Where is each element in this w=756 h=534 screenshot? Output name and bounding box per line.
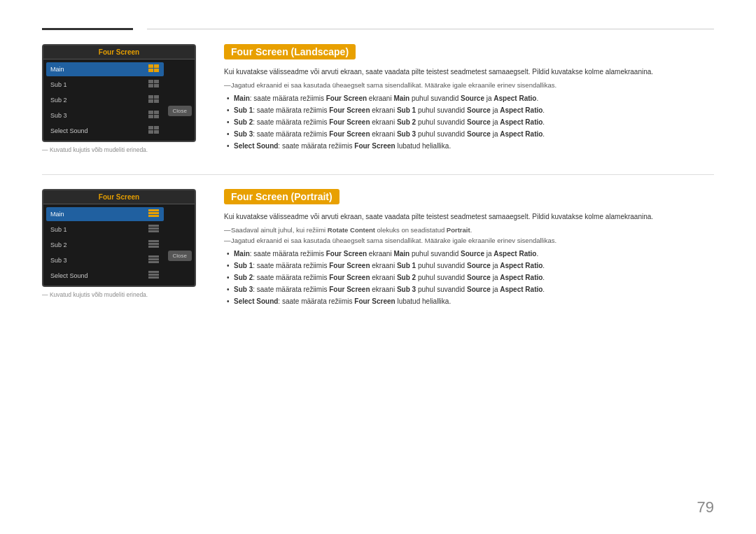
landscape-heading: Four Screen (Landscape) (224, 44, 356, 59)
menu-item-selectsound-portrait[interactable]: Select Sound (46, 269, 164, 283)
portrait-bullets: Main: saate määrata režiimis Four Screen… (224, 248, 714, 307)
portrait-heading: Four Screen (Portrait) (224, 189, 340, 204)
landscape-close-button[interactable]: Close (168, 106, 192, 116)
page-container: Four Screen Main (0, 0, 756, 534)
landscape-bullet-selectsound: Select Sound: saate määrata režiimis Fou… (224, 141, 714, 151)
svg-rect-2 (148, 69, 153, 72)
svg-rect-8 (148, 95, 153, 99)
landscape-screen-box: Four Screen Main (42, 44, 196, 142)
menu-item-sub2-landscape[interactable]: Sub 2 (46, 93, 164, 107)
top-line-bar (42, 28, 133, 30)
landscape-screen-mockup: Four Screen Main (42, 44, 196, 153)
portrait-menu-label-sub1: Sub 1 (50, 226, 67, 233)
svg-rect-10 (148, 99, 153, 103)
landscape-bullets: Main: saate määrata režiimis Four Screen… (224, 93, 714, 151)
portrait-menu-label-sub2: Sub 2 (50, 241, 67, 248)
svg-rect-7 (154, 84, 159, 87)
svg-rect-31 (148, 261, 159, 263)
svg-rect-5 (154, 80, 159, 83)
portrait-bullet-main: Main: saate määrata režiimis Four Screen… (224, 248, 714, 259)
menu-item-sub1-landscape[interactable]: Sub 1 (46, 78, 164, 92)
portrait-menu-label-main: Main (50, 211, 64, 218)
top-line (42, 28, 714, 30)
menu-item-main-landscape[interactable]: Main (46, 62, 164, 76)
landscape-close-btn-area: Close (168, 62, 192, 138)
sub1-icon-landscape (148, 80, 160, 90)
landscape-para1: Kui kuvatakse välisseadme või arvuti ekr… (224, 66, 714, 77)
top-line-rule (147, 29, 714, 29)
svg-rect-0 (148, 64, 153, 68)
landscape-bullet-sub3: Sub 3: saate määrata režiimis Four Scree… (224, 129, 714, 139)
svg-rect-22 (148, 215, 159, 217)
svg-rect-3 (154, 69, 159, 72)
sub2-icon-landscape (148, 95, 160, 105)
portrait-main-icon (148, 209, 160, 219)
menu-item-main-portrait[interactable]: Main (46, 207, 164, 221)
svg-rect-6 (148, 84, 153, 87)
menu-item-sub1-portrait[interactable]: Sub 1 (46, 223, 164, 237)
svg-rect-12 (148, 111, 153, 114)
portrait-bullet-sub2: Sub 2: saate määrata režiimis Four Scree… (224, 272, 714, 283)
portrait-content: Four Screen (Portrait) Kui kuvatakse väl… (224, 189, 714, 308)
svg-rect-19 (154, 130, 159, 134)
landscape-screen-body: Main Su (43, 59, 195, 141)
portrait-selectsound-icon (148, 271, 160, 281)
svg-rect-11 (154, 99, 159, 103)
portrait-para1: Kui kuvatakse välisseadme või arvuti ekr… (224, 211, 714, 222)
portrait-screen-mockup: Four Screen Main (42, 189, 196, 308)
svg-rect-18 (148, 130, 153, 134)
svg-rect-4 (148, 80, 153, 83)
portrait-menu-label-selectsound: Select Sound (50, 272, 88, 279)
portrait-section: Four Screen Main (42, 189, 714, 308)
svg-rect-16 (148, 126, 153, 129)
portrait-screen-body: Main Sub 1 (43, 204, 195, 286)
menu-label-main: Main (50, 66, 64, 73)
portrait-sub2-icon (148, 240, 160, 250)
portrait-screen-title: Four Screen (43, 190, 195, 204)
portrait-sub1-icon (148, 225, 160, 234)
portrait-bullet-selectsound: Select Sound: saate määrata režiimis Fou… (224, 296, 714, 307)
svg-rect-29 (148, 255, 159, 258)
portrait-menu-label-sub3: Sub 3 (50, 257, 67, 264)
portrait-bullet-sub1: Sub 1: saate määrata režiimis Four Scree… (224, 260, 714, 271)
menu-item-sub3-landscape[interactable]: Sub 3 (46, 108, 164, 122)
landscape-section: Four Screen Main (42, 44, 714, 153)
landscape-bullet-sub1: Sub 1: saate määrata režiimis Four Scree… (224, 105, 714, 115)
svg-rect-24 (148, 227, 159, 230)
svg-rect-26 (148, 240, 159, 242)
svg-rect-30 (148, 258, 159, 260)
menu-item-sub2-portrait[interactable]: Sub 2 (46, 238, 164, 252)
selectsound-icon-landscape (148, 126, 160, 136)
svg-rect-14 (148, 115, 153, 118)
landscape-note1: Jagatud ekraanid ei saa kasutada üheaegs… (224, 81, 714, 89)
svg-rect-25 (148, 230, 159, 232)
menu-item-selectsound-landscape[interactable]: Select Sound (46, 124, 164, 138)
menu-label-sub3: Sub 3 (50, 112, 67, 119)
svg-rect-13 (154, 111, 159, 114)
portrait-sub3-icon (148, 255, 160, 265)
landscape-screen-title: Four Screen (43, 45, 195, 59)
portrait-close-button[interactable]: Close (168, 251, 192, 261)
landscape-content: Four Screen (Landscape) Kui kuvatakse vä… (224, 44, 714, 153)
svg-rect-28 (148, 246, 159, 248)
portrait-screen-box: Four Screen Main (42, 189, 196, 287)
portrait-note1: Saadaval ainult juhul, kui režiimi Rotat… (224, 226, 714, 234)
menu-label-sub1: Sub 1 (50, 81, 67, 88)
landscape-screen-note: Kuvatud kujutis võib mudeliti erineda. (42, 146, 196, 153)
page-number: 79 (697, 498, 714, 517)
portrait-close-btn-area: Close (168, 207, 192, 283)
landscape-screen-menu: Main Su (46, 62, 164, 138)
main-icon-landscape (148, 64, 160, 74)
svg-rect-33 (148, 274, 159, 276)
portrait-screen-note: Kuvatud kujutis võib mudeliti erineda. (42, 291, 196, 298)
portrait-bullet-sub3: Sub 3: saate määrata režiimis Four Scree… (224, 284, 714, 295)
svg-rect-9 (154, 95, 159, 99)
svg-rect-27 (148, 243, 159, 245)
menu-item-sub3-portrait[interactable]: Sub 3 (46, 253, 164, 267)
menu-label-sub2: Sub 2 (50, 97, 67, 104)
landscape-bullet-main: Main: saate määrata režiimis Four Screen… (224, 93, 714, 104)
section-divider (42, 174, 714, 175)
sub3-icon-landscape (148, 111, 160, 120)
landscape-bullet-sub2: Sub 2: saate määrata režiimis Four Scree… (224, 117, 714, 127)
svg-rect-15 (154, 115, 159, 118)
